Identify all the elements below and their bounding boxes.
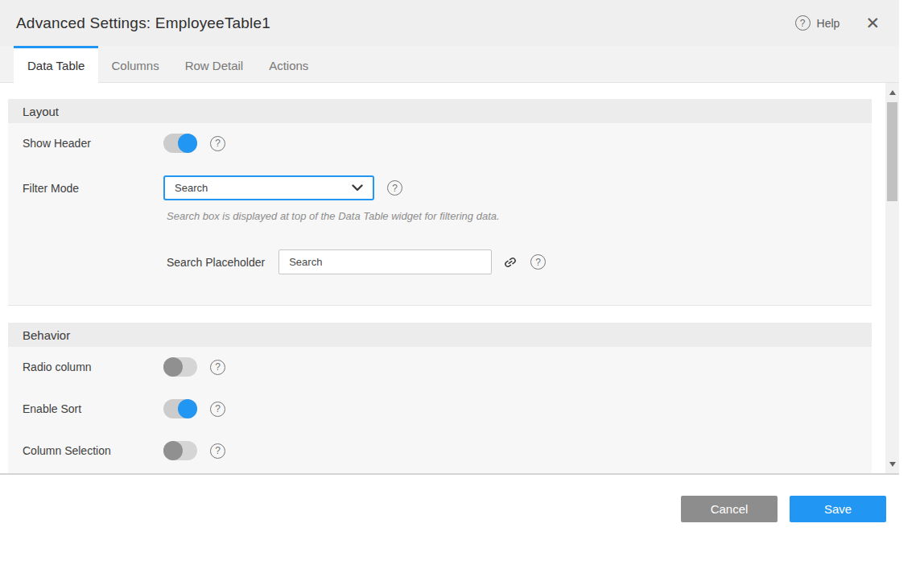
- help-circle-icon[interactable]: ?: [387, 180, 402, 196]
- help-circle-icon[interactable]: ?: [210, 402, 225, 417]
- row-show-header: Show Header ?: [8, 134, 872, 153]
- settings-scroll-area: Layout Show Header ? Filter Mode Search: [0, 83, 899, 475]
- help-circle-icon[interactable]: ?: [210, 136, 225, 151]
- help-circle-icon[interactable]: ?: [210, 360, 225, 375]
- scroll-up-arrow[interactable]: [885, 85, 899, 99]
- row-search-placeholder: Search Placeholder ?: [8, 249, 872, 274]
- tab-actions[interactable]: Actions: [256, 46, 321, 82]
- tab-columns[interactable]: Columns: [98, 46, 171, 82]
- help-circle-icon: ?: [795, 15, 811, 31]
- radio-column-label: Radio column: [23, 361, 163, 373]
- scroll-down-arrow[interactable]: [885, 457, 899, 471]
- column-selection-label: Column Selection: [23, 444, 163, 457]
- tab-row-detail[interactable]: Row Detail: [172, 46, 257, 82]
- show-header-label: Show Header: [23, 137, 163, 150]
- column-selection-toggle[interactable]: [163, 441, 197, 460]
- header-actions: ? Help ✕: [795, 13, 883, 33]
- section-layout-title: Layout: [8, 99, 872, 123]
- filter-mode-select[interactable]: Search: [163, 175, 374, 200]
- vertical-scrollbar[interactable]: [885, 83, 899, 473]
- section-behavior-title: Behavior: [8, 323, 872, 347]
- search-placeholder-label: Search Placeholder: [167, 256, 265, 269]
- filter-mode-helper: Search box is displayed at top of the Da…: [8, 208, 872, 223]
- row-column-selection: Column Selection ?: [8, 441, 872, 460]
- radio-column-toggle[interactable]: [163, 357, 197, 377]
- help-button[interactable]: ? Help: [795, 15, 840, 31]
- dialog-title: Advanced Settings: EmployeeTable1: [16, 14, 270, 32]
- section-layout: Layout Show Header ? Filter Mode Search: [8, 99, 872, 306]
- help-circle-icon[interactable]: ?: [210, 443, 225, 459]
- help-label: Help: [817, 17, 840, 30]
- section-behavior: Behavior Radio column ? Enable Sort ? Co…: [8, 323, 872, 475]
- row-radio-column: Radio column ?: [8, 357, 872, 377]
- tab-bar: Data Table Columns Row Detail Actions: [0, 46, 899, 83]
- enable-sort-toggle[interactable]: [163, 399, 197, 418]
- dialog-footer: Cancel Save: [0, 475, 899, 522]
- search-placeholder-input[interactable]: [278, 249, 492, 274]
- row-enable-sort: Enable Sort ?: [8, 399, 872, 418]
- chevron-down-icon: [352, 184, 363, 192]
- dialog-header: Advanced Settings: EmployeeTable1 ? Help…: [0, 0, 899, 46]
- advanced-settings-dialog: Advanced Settings: EmployeeTable1 ? Help…: [0, 0, 899, 577]
- close-icon[interactable]: ✕: [862, 13, 883, 33]
- cancel-button[interactable]: Cancel: [681, 496, 778, 522]
- scrollbar-thumb[interactable]: [887, 102, 897, 201]
- tab-data-table[interactable]: Data Table: [14, 46, 98, 83]
- filter-mode-label: Filter Mode: [23, 182, 163, 195]
- save-button[interactable]: Save: [790, 496, 886, 522]
- filter-mode-help-text: Search box is displayed at top of the Da…: [167, 210, 500, 222]
- help-circle-icon[interactable]: ?: [530, 254, 546, 270]
- show-header-toggle[interactable]: [163, 134, 197, 153]
- link-icon[interactable]: [503, 255, 518, 270]
- enable-sort-label: Enable Sort: [23, 402, 163, 415]
- filter-mode-selected-value: Search: [175, 182, 208, 194]
- row-filter-mode: Filter Mode Search ?: [8, 175, 872, 200]
